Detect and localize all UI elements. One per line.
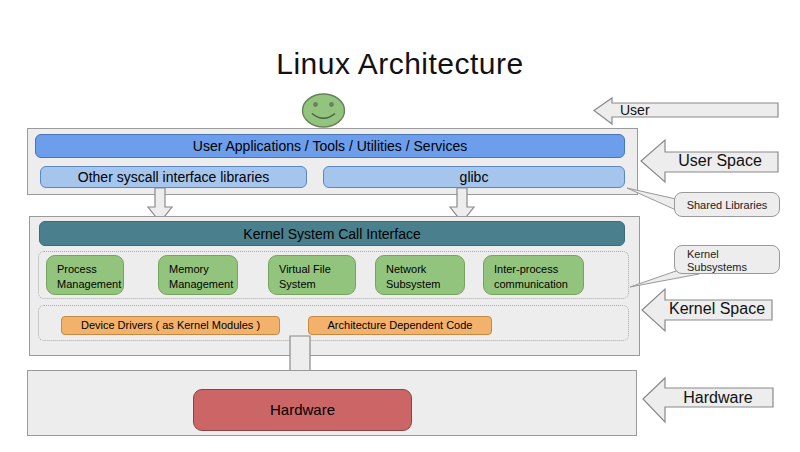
linux-architecture-diagram: Linux Architecture User Applications / T…	[0, 0, 800, 452]
box-label-line: Memory	[169, 262, 233, 277]
kernel-space-arrow-label: Kernel Space	[664, 300, 770, 318]
callout-label-line: Subsystems	[687, 261, 779, 274]
glibc-box: glibc	[323, 166, 625, 188]
network-subsystem-box: Network Subsystem	[375, 255, 465, 295]
inter-process-communication-box: Inter-process communication	[483, 255, 584, 295]
kernel-syscall-interface-bar: Kernel System Call Interface	[39, 221, 625, 246]
device-drivers-box: Device Drivers ( as Kernel Modules )	[61, 316, 280, 335]
box-label-line: Network	[386, 262, 460, 277]
box-label-line: Inter-process	[494, 262, 579, 277]
architecture-dependent-code-box: Architecture Dependent Code	[308, 316, 492, 335]
user-applications-bar: User Applications / Tools / Utilities / …	[35, 134, 625, 158]
box-label-line: System	[279, 277, 351, 292]
other-syscall-libraries-box: Other syscall interface libraries	[40, 166, 307, 188]
shared-libraries-callout: Shared Libraries	[674, 192, 780, 217]
process-management-box: Process Management	[46, 255, 124, 295]
box-label-line: Virtual File	[279, 262, 351, 277]
box-label-line: Management	[169, 277, 233, 292]
box-label-line: Process	[57, 262, 119, 277]
memory-management-box: Memory Management	[158, 255, 238, 295]
hardware-box: Hardware	[193, 389, 412, 431]
user-arrow-label: User	[620, 102, 650, 118]
box-label-line: communication	[494, 277, 579, 292]
user-space-arrow-label: User Space	[665, 152, 775, 170]
hardware-arrow-label: Hardware	[666, 389, 770, 407]
diagram-title: Linux Architecture	[0, 47, 800, 81]
virtual-file-system-box: Virtual File System	[268, 255, 356, 295]
callout-label-line: Kernel	[687, 248, 779, 261]
box-label-line: Subsystem	[386, 277, 460, 292]
user-smiley-icon	[301, 92, 346, 129]
kernel-subsystems-callout: Kernel Subsystems	[674, 245, 780, 274]
box-label-line: Management	[57, 277, 119, 292]
